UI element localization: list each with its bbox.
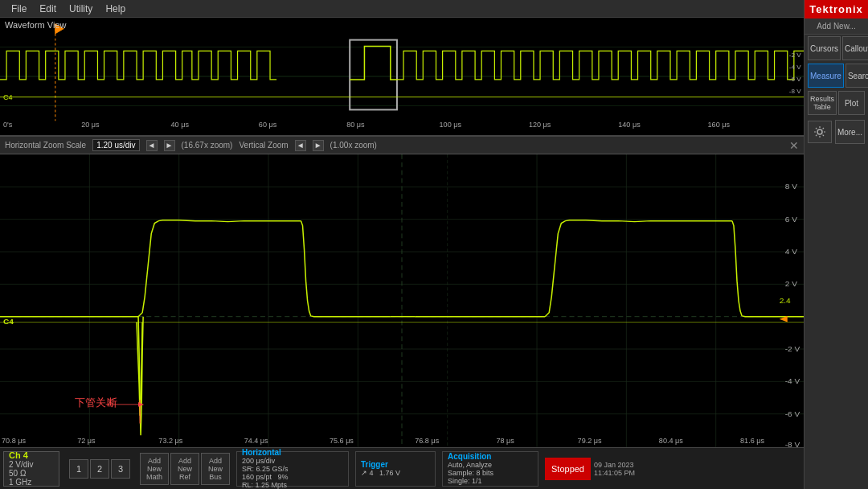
menu-utility[interactable]: Utility: [63, 2, 99, 16]
h-zoom-value[interactable]: 1.20 us/div: [92, 139, 139, 151]
svg-text:4 V: 4 V: [785, 247, 798, 256]
add-new-ref-btn[interactable]: Add New Ref: [170, 453, 199, 485]
h-zoom-pct: (16.67x zoom): [182, 141, 233, 150]
svg-point-66: [817, 129, 822, 134]
menu-file[interactable]: File: [5, 2, 33, 16]
add-new-math-btn[interactable]: Add New Math: [140, 453, 169, 485]
v-zoom-label: Vertical Zoom: [239, 141, 288, 150]
date-time-display: 09 Jan 2023 11:41:05 PM: [594, 461, 635, 477]
more-btn[interactable]: More...: [835, 120, 865, 144]
trigger-info[interactable]: Trigger ↗ 4 1.76 V: [355, 451, 436, 487]
waveform-overview: Waveform View: [0, 18, 804, 137]
svg-text:81.6 μs: 81.6 μs: [740, 437, 765, 445]
svg-text:-6 V: -6 V: [785, 409, 800, 418]
menu-edit[interactable]: Edit: [33, 2, 63, 16]
add-buttons-group: Add New Math Add New Ref Add New Bus: [140, 453, 230, 485]
svg-text:75.6 μs: 75.6 μs: [330, 437, 354, 445]
ch4-ohms: 50 Ω: [9, 469, 54, 478]
trigger-title: Trigger: [361, 460, 430, 469]
add-new-btn[interactable]: Add New...: [805, 18, 868, 35]
svg-text:-2 V: -2 V: [789, 51, 802, 59]
overview-waveform-svg[interactable]: C4 -2 V -4 V -6 V -8 V 0's 20 μs 40 μs 6…: [0, 18, 804, 135]
add-bus-label3: Bus: [206, 473, 225, 481]
svg-text:79.2 μs: 79.2 μs: [578, 437, 603, 445]
svg-text:73.2 μs: 73.2 μs: [158, 437, 183, 445]
horizontal-title: Horizontal: [242, 448, 343, 457]
v-zoom-minus[interactable]: ◄: [295, 140, 306, 151]
tektronix-logo: Tektronix: [805, 0, 868, 18]
settings-icon-btn[interactable]: [808, 121, 832, 143]
add-ref-label3: Ref: [175, 473, 194, 481]
ch4-info[interactable]: Ch 4 2 V/div 50 Ω 1 GHz: [3, 451, 59, 487]
trigger-btn-1[interactable]: 1: [69, 459, 88, 479]
svg-text:-8 V: -8 V: [785, 440, 800, 447]
time-display: 11:41:05 PM: [594, 469, 635, 477]
add-math-label2: New: [145, 465, 164, 473]
date-display: 09 Jan 2023: [594, 461, 635, 469]
results-plot-row: ResultsTable Plot: [808, 91, 865, 115]
add-ref-label2: New: [175, 465, 194, 473]
horizontal-info[interactable]: Horizontal 200 μs/div SR: 6.25 GS/s 160 …: [236, 451, 349, 487]
svg-text:2.4: 2.4: [780, 296, 792, 305]
stopped-button[interactable]: Stopped: [545, 458, 591, 480]
plot-btn[interactable]: Plot: [838, 91, 865, 115]
svg-text:60 μs: 60 μs: [259, 121, 277, 129]
main-waveform-svg: 8 V 6 V 4 V 2 V -2 V -4 V -6 V -8 V 2.4: [0, 154, 804, 447]
measure-btn[interactable]: Measure: [808, 64, 844, 88]
h-zoom-plus[interactable]: ►: [164, 140, 175, 151]
trigger-btn-3[interactable]: 3: [111, 459, 130, 479]
close-zoom-btn[interactable]: ✕: [789, 139, 799, 152]
svg-text:120 μs: 120 μs: [529, 121, 551, 129]
svg-text:74.4 μs: 74.4 μs: [244, 437, 269, 445]
svg-text:8 V: 8 V: [785, 182, 798, 191]
zoom-controls-bar: Horizontal Zoom Scale 1.20 us/div ◄ ► (1…: [0, 137, 804, 154]
cursors-callout-row: Cursors Callout: [808, 36, 865, 60]
add-math-label3: Math: [145, 473, 164, 481]
trigger-detail: ↗ 4 1.76 V: [361, 469, 430, 477]
right-panel: Tektronix Add New... Cursors Callout Mea…: [804, 0, 868, 489]
svg-text:C4: C4: [3, 317, 14, 326]
horizontal-ps: 160 ps/pt 9%: [242, 473, 343, 481]
main-waveform-area[interactable]: 8 V 6 V 4 V 2 V -2 V -4 V -6 V -8 V 2.4: [0, 154, 804, 447]
status-bar: Ch 4 2 V/div 50 Ω 1 GHz 1 2 3 Add New Ma…: [0, 447, 804, 489]
horizontal-rl: RL: 1.25 Mpts: [242, 481, 343, 489]
menu-bar: File Edit Utility Help: [0, 0, 804, 18]
acq-single: Single: 1/1: [448, 477, 533, 485]
ch4-label: Ch 4: [9, 450, 54, 460]
svg-text:-2 V: -2 V: [785, 344, 800, 353]
trigger-btn-2[interactable]: 2: [90, 459, 109, 479]
acquisition-info[interactable]: Acquisition Auto, Analyze Sample: 8 bits…: [442, 451, 538, 487]
svg-text:-4 V: -4 V: [789, 64, 802, 71]
horizontal-sr: SR: 6.25 GS/s: [242, 465, 343, 473]
svg-text:20 μs: 20 μs: [81, 121, 100, 129]
v-zoom-pct: (1.00x zoom): [330, 141, 377, 150]
svg-text:160 μs: 160 μs: [708, 121, 731, 129]
svg-text:80 μs: 80 μs: [346, 121, 365, 129]
acq-sample: Sample: 8 bits: [448, 469, 533, 477]
callout-btn[interactable]: Callout: [842, 36, 868, 60]
cursors-btn[interactable]: Cursors: [808, 36, 841, 60]
acq-mode: Auto, Analyze: [448, 461, 533, 469]
measure-search-row: Measure Search: [808, 64, 865, 88]
search-btn[interactable]: Search: [845, 64, 868, 88]
v-zoom-plus[interactable]: ►: [313, 140, 324, 151]
svg-text:80.4 μs: 80.4 μs: [659, 437, 684, 445]
svg-text:0's: 0's: [3, 121, 13, 129]
svg-text:70.8 μs: 70.8 μs: [2, 437, 27, 445]
add-bus-label2: New: [206, 465, 225, 473]
svg-text:100 μs: 100 μs: [440, 121, 462, 129]
svg-text:C4: C4: [3, 93, 13, 101]
h-zoom-scale-label: Horizontal Zoom Scale: [5, 141, 86, 150]
add-math-label: Add: [145, 457, 164, 465]
acq-title: Acquisition: [448, 452, 533, 461]
add-bus-label: Add: [206, 457, 225, 465]
add-ref-label: Add: [175, 457, 194, 465]
svg-text:2 V: 2 V: [785, 279, 798, 288]
svg-text:72 μs: 72 μs: [77, 437, 96, 445]
menu-help[interactable]: Help: [99, 2, 132, 16]
ch4-freq: 1 GHz: [9, 478, 54, 487]
svg-text:140 μs: 140 μs: [618, 121, 641, 129]
add-new-bus-btn[interactable]: Add New Bus: [201, 453, 230, 485]
h-zoom-minus[interactable]: ◄: [146, 140, 158, 151]
results-table-btn[interactable]: ResultsTable: [808, 91, 837, 115]
